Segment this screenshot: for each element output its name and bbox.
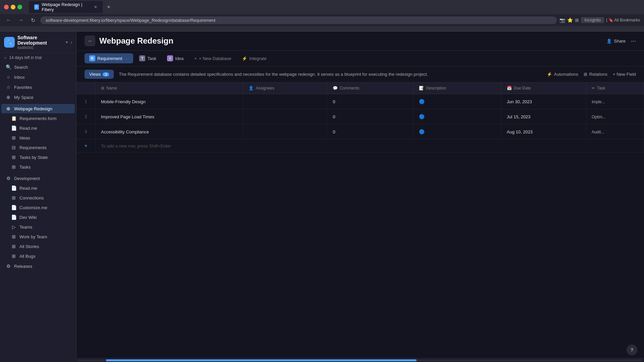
bookmark-icon[interactable]: ⭐ bbox=[567, 17, 573, 23]
user-space-icon: ⊕ bbox=[5, 94, 11, 100]
col-name[interactable]: ⊞ Name bbox=[96, 82, 243, 94]
sidebar-item-inbox[interactable]: ○ Inbox bbox=[1, 72, 75, 82]
sidebar-item-requirements[interactable]: ⊟ Requirements bbox=[1, 143, 75, 152]
page-title: Webpage Redesign bbox=[99, 36, 602, 46]
table-row[interactable]: 1 Mobile-Friendly Design 0 🔵 Jun 30, 202… bbox=[76, 94, 644, 109]
new-tab-button[interactable]: + bbox=[104, 2, 113, 12]
relations-label: Relations bbox=[589, 72, 607, 77]
table-row[interactable]: 2 Improved Page Load Times 0 🔵 Jul 15, 2… bbox=[76, 109, 644, 124]
sidebar-item-webpage-redesign[interactable]: ⊕ Webpage Redesign bbox=[1, 104, 75, 113]
refresh-button[interactable]: ↻ bbox=[28, 15, 38, 25]
relations-button[interactable]: ⊞ Relations bbox=[584, 72, 607, 77]
maximize-button[interactable] bbox=[17, 5, 22, 9]
row-1-task[interactable]: Imple... bbox=[586, 94, 644, 109]
bookmarks-label: | 🔖 All Bookmarks bbox=[606, 18, 640, 22]
new-database-button[interactable]: + + New Database bbox=[190, 54, 236, 63]
header-actions: 👤 Share ··· bbox=[606, 38, 636, 45]
close-button[interactable] bbox=[4, 5, 9, 9]
row-2-comments: 0 bbox=[327, 109, 414, 124]
row-3-due-date: Aug 10, 2023 bbox=[501, 124, 586, 139]
sidebar-item-readme-dev[interactable]: 📄 Read.me bbox=[1, 183, 75, 193]
scrollbar-thumb[interactable] bbox=[106, 359, 417, 361]
new-field-label: + New Field bbox=[613, 72, 636, 77]
profile-button[interactable]: Incognito bbox=[581, 17, 604, 23]
description-icon-3: 🔵 bbox=[419, 129, 425, 134]
views-button[interactable]: Views 3 bbox=[85, 70, 114, 79]
sidebar-item-releases[interactable]: ⚙ Releases bbox=[1, 261, 75, 271]
back-button[interactable]: ← bbox=[4, 15, 13, 25]
trial-banner[interactable]: ○ 14 days left in trial bbox=[0, 53, 76, 62]
col-due-date[interactable]: 📅 Due Date bbox=[501, 82, 586, 94]
workspace-header[interactable]: 🔧 Software Development 6ad8d3d1 ▾ ‹ bbox=[0, 32, 76, 53]
sidebar-item-requirements-form[interactable]: 📋 Requirements form bbox=[1, 114, 75, 123]
sidebar-item-connections[interactable]: ⊞ Connections bbox=[1, 193, 75, 202]
integrate-button[interactable]: ⚡ Integrate bbox=[237, 54, 271, 63]
row-2-name[interactable]: Improved Page Load Times bbox=[96, 109, 243, 124]
horizontal-scrollbar[interactable] bbox=[76, 358, 644, 362]
webpage-redesign-label: Webpage Redesign bbox=[14, 106, 71, 111]
ideas-icon: ⊞ bbox=[11, 135, 17, 141]
help-button[interactable]: ? bbox=[627, 345, 637, 355]
automations-button[interactable]: ⚡ Automations bbox=[547, 72, 578, 77]
forward-button[interactable]: → bbox=[16, 15, 25, 25]
toolbar-actions: 📷 ⭐ ⊞ Incognito | 🔖 All Bookmarks bbox=[559, 17, 640, 23]
sidebar-item-readme-webpage[interactable]: 📄 Read.me bbox=[1, 123, 75, 133]
sidebar-collapse-button[interactable]: ‹ bbox=[70, 40, 72, 45]
requirement-tab-label: Requirement bbox=[97, 56, 122, 61]
sidebar-item-myspace[interactable]: ⊕ My Space bbox=[1, 93, 75, 102]
sidebar-item-all-bugs[interactable]: ⊞ All Bugs bbox=[1, 251, 75, 261]
development-label: Development bbox=[14, 176, 71, 181]
workspace-icon: 🔧 bbox=[4, 37, 15, 48]
col-description[interactable]: 📝 Description bbox=[414, 82, 501, 94]
main-header: ↔ Webpage Redesign 👤 Share ··· bbox=[76, 32, 644, 51]
readme-webpage-label: Read.me bbox=[19, 126, 71, 131]
table-container[interactable]: ⊞ Name 👤 Assignees 💬 bbox=[76, 82, 644, 358]
row-3-name[interactable]: Accessibility Compliance bbox=[96, 124, 243, 139]
sidebar-item-dev-wiki[interactable]: 📄 Dev Wiki bbox=[1, 213, 75, 222]
tab-idea[interactable]: I Idea bbox=[162, 53, 188, 63]
col-task[interactable]: ✏ Task bbox=[586, 82, 644, 94]
new-db-icon: + bbox=[194, 56, 197, 61]
col-comments[interactable]: 💬 Comments bbox=[327, 82, 414, 94]
tab-task[interactable]: T Task bbox=[135, 53, 161, 63]
layout-icon[interactable]: ⊞ bbox=[575, 17, 579, 23]
sidebar-item-all-stories[interactable]: ⊞ All Stories bbox=[1, 242, 75, 251]
row-3-task[interactable]: Audit... bbox=[586, 124, 644, 139]
more-options-button[interactable]: ··· bbox=[631, 38, 636, 45]
active-tab[interactable]: F Webpage Redesign | Fibery ✕ bbox=[29, 1, 103, 13]
star-icon: ☆ bbox=[5, 84, 11, 90]
releases-icon: ⚙ bbox=[5, 263, 11, 269]
col-assignees[interactable]: 👤 Assignees bbox=[243, 82, 327, 94]
sidebar-item-tasks-by-state[interactable]: ⊞ Tasks by State bbox=[1, 153, 75, 162]
share-button[interactable]: 👤 Share bbox=[606, 39, 626, 44]
sidebar-item-favorites[interactable]: ☆ Favorites bbox=[1, 82, 75, 92]
sidebar-item-ideas[interactable]: ⊞ Ideas bbox=[1, 133, 75, 142]
comments-col-icon: 💬 bbox=[333, 86, 338, 90]
table-row[interactable]: 3 Accessibility Compliance 0 🔵 Aug 10, 2… bbox=[76, 124, 644, 139]
add-row-plus-icon[interactable]: + bbox=[84, 143, 87, 148]
description-icon: 🔵 bbox=[419, 99, 425, 104]
minimize-button[interactable] bbox=[11, 5, 15, 9]
sidebar-item-teams[interactable]: ▷ Teams bbox=[1, 222, 75, 232]
sidebar-item-customize[interactable]: 📄 Customize.me bbox=[1, 203, 75, 212]
wiki-icon: 📄 bbox=[11, 214, 17, 220]
sidebar-item-tasks[interactable]: ⊞ Tasks bbox=[1, 162, 75, 172]
address-bar[interactable]: software-development.fibery.io/fibery/sp… bbox=[40, 16, 557, 24]
new-field-button[interactable]: + New Field bbox=[613, 72, 636, 77]
app-body: 🔧 Software Development 6ad8d3d1 ▾ ‹ ○ 14… bbox=[0, 32, 644, 362]
col-task-label: Task bbox=[597, 86, 605, 90]
sidebar-item-work-by-team[interactable]: ⊞ Work by Team bbox=[1, 232, 75, 241]
tab-options-icon[interactable]: ··· bbox=[125, 56, 128, 61]
tab-requirement[interactable]: R Requirement ··· bbox=[85, 53, 133, 63]
sidebar-item-search[interactable]: 🔍 Search bbox=[1, 62, 75, 72]
tab-close-button[interactable]: ✕ bbox=[94, 5, 97, 9]
search-label: Search bbox=[14, 65, 71, 70]
sidebar-item-development[interactable]: ⚙ Development bbox=[1, 174, 75, 183]
teams-label: Teams bbox=[19, 225, 71, 230]
row-1-name[interactable]: Mobile-Friendly Design bbox=[96, 94, 243, 109]
row-2-task[interactable]: Optim... bbox=[586, 109, 644, 124]
col-num bbox=[76, 82, 96, 94]
back-navigate-button[interactable]: ↔ bbox=[85, 36, 95, 46]
workspace-info: Software Development 6ad8d3d1 bbox=[17, 35, 63, 50]
task-tab-label: Task bbox=[147, 56, 156, 61]
